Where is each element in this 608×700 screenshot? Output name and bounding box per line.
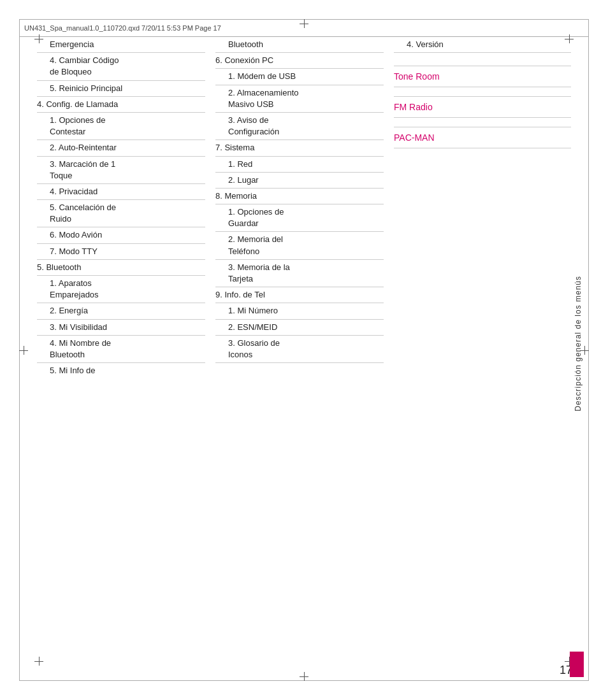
list-item: 1. Mi Número [215,303,384,319]
list-item: 4. Privacidad [37,184,205,200]
list-item: 5. Reinicio Principal [37,81,205,97]
list-item: 5. Bluetooth [37,260,205,276]
list-item: Bluetooth [215,37,384,53]
list-item: 2. Almacenamiento Masivo USB [215,85,384,113]
reg-mark-top-center [300,19,308,28]
list-item: Emergencia [37,37,205,53]
accent-label: PAC-MAN [394,130,571,144]
list-item: 5. Cancelación de Ruido [37,200,205,227]
list-item: 1. Red [215,157,384,173]
list-item: 7. Modo TTY [37,244,205,260]
special-entry: Tone Room [394,66,571,87]
col-mid: Bluetooth6. Conexión PC1. Módem de USB2.… [210,37,389,662]
list-item: 2. Lugar [215,173,384,189]
side-text-container: Descripción general de los menús [572,64,584,624]
list-item: 5. Mi Info de [37,363,205,378]
list-item: 2. Energía [37,303,205,319]
reg-mark-bottom-center [300,672,308,681]
list-item: 7. Sistema [215,140,384,156]
list-item: 2. Auto-Reintentar [37,140,205,156]
col-right: 4. VersiónTone RoomFM RadioPAC-MAN [389,37,576,662]
list-item: 1. Aparatos Emparejados [37,276,205,303]
accent-label: Tone Room [394,69,571,83]
pink-block [570,652,584,677]
list-item: 1. Opciones de Guardar [215,204,384,232]
special-entry: FM Radio [394,96,571,118]
list-item: 3. Mi Visibilidad [37,320,205,336]
special-entry: PAC-MAN [394,127,571,148]
list-item: 1. Opciones de Contestar [37,113,205,140]
list-item: 8. Memoria [215,189,384,204]
list-item: 4. Mi Nombre de Bluetooth [37,336,205,363]
list-item: 3. Marcación de 1 Toque [37,157,205,184]
col-left: Emergencia4. Cambiar Código de Bloqueo5.… [32,37,210,662]
list-item: 3. Memoria de la Tarjeta [215,260,384,287]
list-item: 4. Config. de Llamada [37,97,205,113]
list-item: 2. Memoria del Teléfono [215,232,384,259]
list-item: 3. Glosario de Iconos [215,336,384,363]
reg-mark-mid-left [19,346,28,355]
list-item: 4. Versión [394,37,571,53]
side-label: Descripción general de los menús [574,276,583,411]
list-item: 1. Módem de USB [215,69,384,85]
list-item: 6. Modo Avión [37,227,205,243]
accent-label: FM Radio [394,99,571,113]
list-item: 3. Aviso de Configuración [215,113,384,140]
list-item: 9. Info. de Tel [215,287,384,303]
list-item: 4. Cambiar Código de Bloqueo [37,53,205,80]
list-item: 2. ESN/MEID [215,320,384,336]
list-item: 6. Conexión PC [215,53,384,69]
content-area: Emergencia4. Cambiar Código de Bloqueo5.… [32,37,576,662]
